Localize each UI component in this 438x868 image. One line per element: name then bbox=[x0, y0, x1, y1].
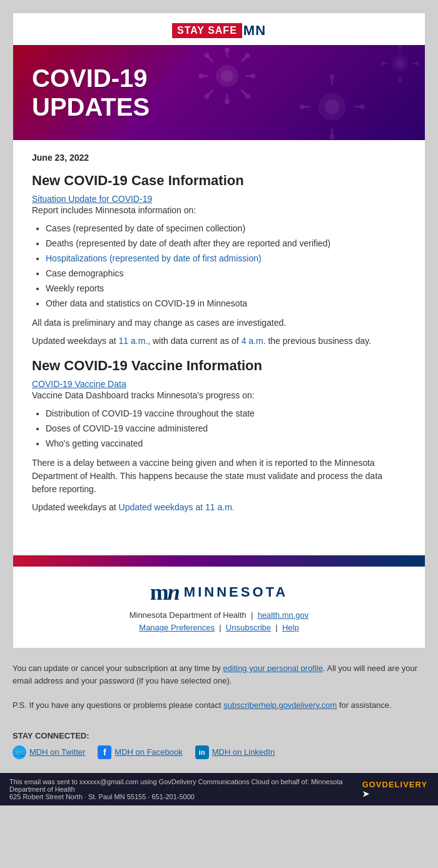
twitter-icon: 🐦 bbox=[13, 745, 26, 759]
twitter-link[interactable]: 🐦 MDH on Twitter bbox=[13, 745, 85, 759]
footer-links: Manage Preferences | Unsubscribe | Help bbox=[26, 623, 412, 632]
svg-point-3 bbox=[225, 48, 230, 53]
preliminary-text: All data is preliminary and may change a… bbox=[32, 316, 406, 330]
linkedin-label: MDH on LinkedIn bbox=[212, 746, 275, 759]
mn-logo: mn MINNESOTA bbox=[26, 579, 412, 605]
section1-intro: Report includes Minnesota information on… bbox=[32, 204, 406, 217]
section1-bullets: Cases (represented by date of specimen c… bbox=[46, 222, 406, 310]
svg-line-10 bbox=[208, 57, 213, 62]
facebook-label: MDH on Facebook bbox=[115, 746, 182, 759]
linkedin-link[interactable]: in MDH on LinkedIn bbox=[195, 745, 275, 759]
bullet-item: Hospitalizations (represented by date of… bbox=[46, 252, 406, 265]
mn-dept-name: Minnesota Department of Health | health.… bbox=[26, 610, 412, 620]
health-website-link[interactable]: health.mn.gov bbox=[258, 610, 309, 620]
unsubscribe-link[interactable]: Unsubscribe bbox=[226, 623, 271, 632]
social-links: 🐦 MDH on Twitter f MDH on Facebook in MD… bbox=[13, 745, 425, 759]
svg-point-37 bbox=[415, 62, 419, 66]
mn-logo-text: MINNESOTA bbox=[184, 584, 288, 600]
bullet-item: Doses of COVID-19 vaccine administered bbox=[46, 422, 406, 435]
bottom-section: You can update or cancel your subscripti… bbox=[0, 655, 438, 773]
update-subscription-text: You can update or cancel your subscripti… bbox=[13, 662, 425, 687]
section2-title: New COVID-19 Vaccine Information bbox=[32, 358, 406, 374]
twitter-label: MDH on Twitter bbox=[29, 746, 85, 759]
section1-title: New COVID-19 Case Information bbox=[32, 173, 406, 189]
help-link[interactable]: Help bbox=[282, 623, 299, 632]
edit-profile-link[interactable]: editing your personal profile bbox=[223, 664, 323, 673]
mn-logo-m-icon: mn bbox=[150, 579, 179, 605]
linkedin-icon: in bbox=[195, 745, 209, 759]
facebook-icon: f bbox=[98, 745, 111, 759]
stay-connected-label: STAY CONNECTED: bbox=[13, 730, 425, 742]
bullet-item: Cases (represented by date of specimen c… bbox=[46, 222, 406, 235]
govdelivery-footer: This email was sent to xxxxxx@gmail.com … bbox=[0, 773, 438, 805]
footer-color-bar bbox=[13, 555, 425, 567]
vaccine-data-link[interactable]: COVID-19 Vaccine Data bbox=[32, 379, 126, 389]
situation-update-link[interactable]: Situation Update for COVID-19 bbox=[32, 194, 152, 204]
mn-text: MN bbox=[243, 23, 266, 39]
section2-bullets: Distribution of COVID-19 vaccine through… bbox=[46, 407, 406, 450]
svg-point-11 bbox=[205, 53, 210, 58]
bullet-item: Case demographics bbox=[46, 267, 406, 280]
section2-intro: Vaccine Data Dashboard tracks Minnesota'… bbox=[32, 389, 406, 402]
section2-updated: Updated weekdays at Updated weekdays at … bbox=[32, 501, 406, 514]
bullet-item: Weekly reports bbox=[46, 282, 406, 295]
manage-preferences-link[interactable]: Manage Preferences bbox=[139, 623, 215, 632]
govdelivery-footer-text: This email was sent to xxxxxx@gmail.com … bbox=[9, 778, 362, 800]
facebook-link[interactable]: f MDH on Facebook bbox=[98, 745, 182, 759]
support-link[interactable]: subscriberhelp.govdelivery.com bbox=[223, 700, 337, 710]
date-line: June 23, 2022 bbox=[32, 153, 406, 163]
bullet-item: Other data and statistics on COVID-19 in… bbox=[46, 297, 406, 310]
bullet-item: Distribution of COVID-19 vaccine through… bbox=[46, 407, 406, 420]
email-content: June 23, 2022 New COVID-19 Case Informat… bbox=[13, 140, 425, 537]
govdelivery-logo: GOVDELIVERY ➤ bbox=[362, 780, 429, 799]
stay-safe-text: STAY SAFE bbox=[172, 23, 242, 38]
ps-text: P.S. If you have any questions or proble… bbox=[13, 699, 425, 712]
svg-line-12 bbox=[242, 57, 247, 62]
email-header: STAY SAFEMN bbox=[13, 13, 425, 45]
svg-point-13 bbox=[245, 53, 250, 58]
stay-safe-logo: STAY SAFEMN bbox=[172, 23, 266, 39]
svg-point-31 bbox=[399, 45, 402, 48]
svg-point-23 bbox=[330, 134, 335, 139]
section1-updated: Updated weekdays at 11 a.m., with data c… bbox=[32, 335, 406, 348]
hero-banner: COVID-19 UPDATES bbox=[13, 45, 425, 140]
footer-mn: mn MINNESOTA Minnesota Department of Hea… bbox=[13, 567, 425, 648]
hero-title: COVID-19 UPDATES bbox=[32, 64, 406, 121]
bullet-item: Deaths (represented by date of death aft… bbox=[46, 237, 406, 250]
delay-text: There is a delay between a vaccine being… bbox=[32, 457, 406, 496]
bullet-item: Who's getting vaccinated bbox=[46, 437, 406, 450]
